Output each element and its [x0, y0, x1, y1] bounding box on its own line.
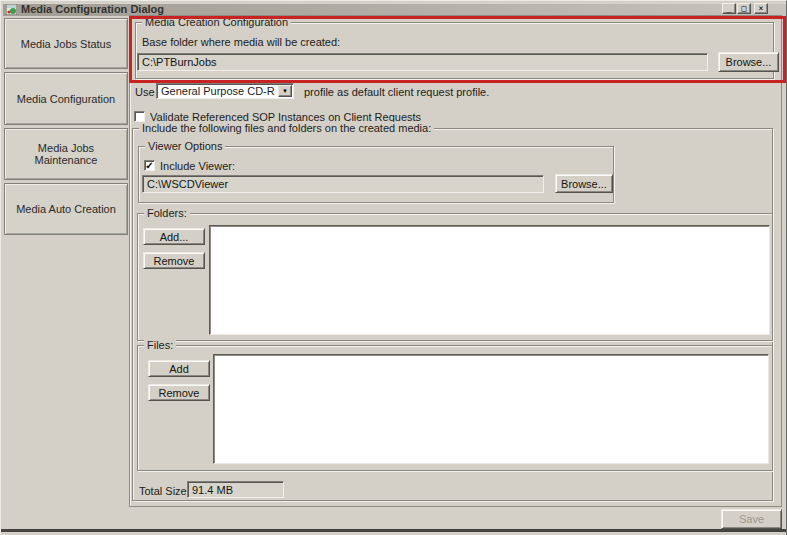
add-button-label: Add	[169, 363, 189, 375]
folders-remove-button[interactable]: Remove	[143, 252, 205, 269]
tab-label: Media Jobs Maintenance	[5, 142, 127, 166]
include-viewer-checkbox[interactable]: ✓	[144, 160, 155, 171]
sidebar-tab-media-jobs-status[interactable]: Media Jobs Status	[4, 18, 128, 69]
group-label: Media Creation Configuration	[142, 16, 291, 28]
browse-button-label: Browse...	[726, 56, 772, 68]
remove-button-label: Remove	[159, 387, 200, 399]
base-folder-value: C:\PTBurnJobs	[142, 56, 217, 68]
save-button[interactable]: Save	[721, 509, 782, 529]
validate-sop-checkbox[interactable]	[134, 111, 145, 122]
minimize-icon[interactable]: _	[722, 3, 736, 14]
base-folder-label: Base folder where media will be created:	[142, 36, 340, 48]
folders-add-button[interactable]: Add...	[143, 228, 205, 245]
files-listbox[interactable]	[213, 354, 769, 464]
use-label: Use	[135, 86, 155, 98]
profile-suffix-label: profile as default client request profil…	[304, 86, 489, 98]
viewer-browse-button[interactable]: Browse...	[555, 174, 613, 193]
files-add-button[interactable]: Add	[148, 360, 210, 377]
tab-label: Media Jobs Status	[21, 38, 112, 50]
folders-listbox[interactable]	[209, 225, 770, 335]
total-size-value: 91.4 MB	[192, 484, 233, 496]
profile-select[interactable]: General Purpose CD-R ▼	[156, 83, 294, 99]
group-label: Viewer Options	[145, 140, 225, 152]
tab-label: Media Auto Creation	[16, 203, 116, 215]
maximize-icon[interactable]: □	[737, 3, 751, 14]
group-label: Files:	[144, 339, 176, 351]
files-remove-button[interactable]: Remove	[148, 384, 210, 401]
add-button-label: Add...	[160, 231, 189, 243]
total-size-value-field: 91.4 MB	[187, 481, 284, 498]
tab-label: Media Configuration	[17, 93, 115, 105]
close-icon[interactable]: ×	[754, 3, 768, 14]
chevron-down-icon[interactable]: ▼	[278, 85, 292, 97]
window-bottom-border	[1, 529, 787, 532]
profile-selected-value: General Purpose CD-R	[161, 85, 275, 97]
include-viewer-label: Include Viewer:	[160, 160, 235, 172]
total-size-label: Total Size:	[139, 485, 190, 497]
group-label: Folders:	[144, 207, 190, 219]
check-icon: ✓	[145, 161, 153, 171]
app-icon	[6, 4, 17, 15]
sidebar-tab-media-jobs-maintenance[interactable]: Media Jobs Maintenance	[4, 128, 128, 180]
media-configuration-dialog: Media Configuration Dialog _ □ × Media J…	[0, 0, 787, 535]
save-button-label: Save	[739, 513, 764, 525]
sidebar-tab-media-auto-creation[interactable]: Media Auto Creation	[4, 183, 128, 235]
base-folder-input[interactable]: C:\PTBurnJobs	[137, 53, 708, 71]
group-label: Include the following files and folders …	[139, 122, 434, 134]
viewer-path-input[interactable]: C:\WSCDViewer	[142, 175, 544, 193]
base-folder-browse-button[interactable]: Browse...	[718, 52, 779, 72]
sidebar-tab-media-configuration[interactable]: Media Configuration	[4, 72, 128, 125]
browse-button-label: Browse...	[561, 178, 607, 190]
viewer-path-value: C:\WSCDViewer	[147, 178, 228, 190]
remove-button-label: Remove	[154, 255, 195, 267]
